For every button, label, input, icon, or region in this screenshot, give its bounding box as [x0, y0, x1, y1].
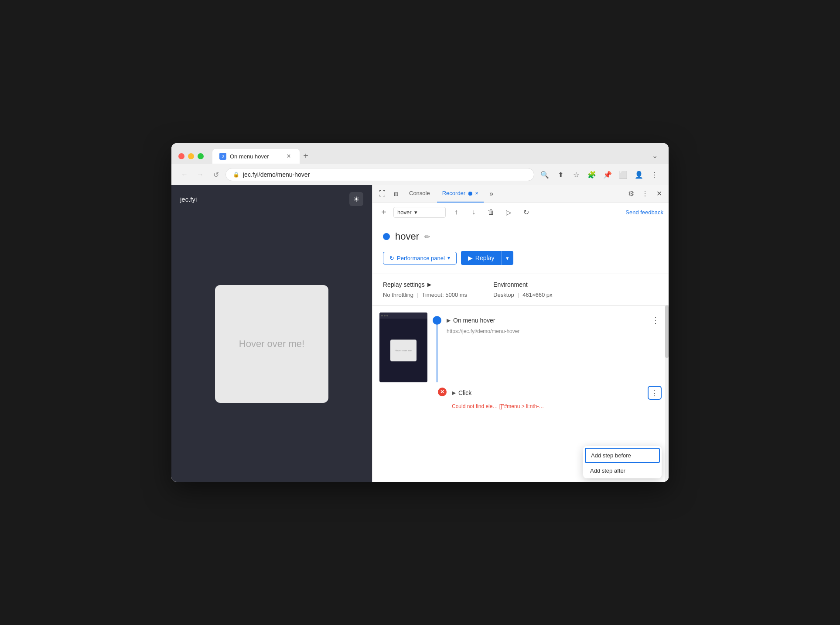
send-feedback-link[interactable]: Send feedback — [625, 209, 663, 216]
forward-button[interactable]: → — [194, 168, 206, 181]
minimize-button[interactable] — [188, 153, 194, 159]
step2-header: ▶ Click ⋮ — [452, 386, 662, 400]
step1-circle — [433, 316, 441, 325]
theme-toggle-button[interactable]: ☀ — [349, 192, 363, 206]
chevron-down-icon: ▾ — [414, 209, 417, 216]
search-icon[interactable]: 🔍 — [538, 168, 552, 182]
share-icon[interactable]: ⬆ — [553, 168, 567, 182]
actions-row: ↻ Performance panel ▾ ▶ Replay ▾ — [383, 251, 658, 265]
recording-active-dot — [383, 233, 390, 240]
more-tabs-icon[interactable]: » — [485, 188, 498, 200]
devtools-settings-icon[interactable]: ⚙ — [625, 188, 637, 200]
step-timeline-1 — [433, 312, 441, 382]
page-area: jec.fyi ☀ Hover over me! — [171, 185, 372, 482]
sun-icon: ☀ — [353, 195, 359, 203]
recording-icon: ⏺ — [467, 190, 473, 197]
recording-name-row: hover ✏ — [383, 231, 658, 242]
pin-icon[interactable]: 📌 — [601, 168, 615, 182]
performance-panel-button[interactable]: ↻ Performance panel ▾ — [383, 252, 457, 264]
replay-settings-label: Replay settings — [383, 281, 425, 288]
replay-step-button[interactable]: ▷ — [502, 205, 516, 219]
devtools-header: ⛶ ⧈ Console Recorder ⏺ × » ⚙ ⋮ ✕ — [372, 185, 669, 203]
profile-icon[interactable]: 👤 — [632, 168, 646, 182]
step1-line — [437, 325, 437, 382]
environment-title: Environment — [493, 281, 552, 288]
perf-panel-dropdown-icon: ▾ — [447, 255, 450, 261]
bookmark-icon[interactable]: ☆ — [569, 168, 583, 182]
download-recording-button[interactable]: ↓ — [467, 205, 481, 219]
step2-more-button[interactable]: ⋮ — [648, 386, 662, 400]
devtools-close-icon[interactable]: ✕ — [653, 188, 665, 200]
replay-options-button[interactable]: ↻ — [519, 205, 533, 219]
environment-label: Environment — [493, 281, 528, 288]
delete-recording-button[interactable]: 🗑 — [484, 205, 498, 219]
replay-button[interactable]: ▶ Replay — [461, 251, 502, 265]
hover-box[interactable]: Hover over me! — [215, 285, 328, 403]
url-text: jec.fyi/demo/menu-hover — [243, 171, 310, 178]
tab-recorder-close-icon[interactable]: × — [475, 190, 478, 196]
title-bar: J On menu hover × + ⌄ — [171, 143, 669, 164]
context-menu: Add step before Add step after — [583, 446, 662, 478]
recorder-toolbar: + hover ▾ ↑ ↓ 🗑 ▷ ↻ Send feedback — [372, 203, 669, 222]
hover-box-label: Hover over me! — [239, 338, 304, 350]
maximize-button[interactable] — [198, 153, 204, 159]
env-size-label: 461×660 px — [522, 292, 552, 298]
upload-recording-button[interactable]: ↑ — [449, 205, 463, 219]
tab-title: On menu hover — [230, 153, 281, 160]
replay-button-group: ▶ Replay ▾ — [461, 251, 514, 265]
devtools-more-icon[interactable]: ⋮ — [639, 188, 651, 200]
settings-divider: | — [417, 292, 418, 298]
thumb-dot-2 — [384, 315, 386, 316]
recording-select[interactable]: hover ▾ — [393, 207, 446, 218]
step1-name-row: ▶ On menu hover — [447, 317, 495, 324]
step2-name-row: ▶ Click — [452, 389, 471, 396]
thumb-dot-1 — [381, 315, 383, 316]
edit-name-icon[interactable]: ✏ — [424, 233, 430, 241]
thumb-header — [379, 312, 427, 319]
new-tab-button[interactable]: + — [300, 150, 312, 162]
devtools-panel: ⛶ ⧈ Console Recorder ⏺ × » ⚙ ⋮ ✕ + — [372, 185, 669, 482]
context-menu-add-step-after[interactable]: Add step after — [583, 463, 662, 478]
back-button[interactable]: ← — [178, 168, 191, 181]
page-site-title: jec.fyi — [180, 196, 197, 203]
context-menu-add-step-before[interactable]: Add step before — [585, 448, 660, 463]
menu-icon[interactable]: ⋮ — [648, 168, 662, 182]
chevron-down-icon[interactable]: ⌄ — [648, 148, 662, 162]
tab-right: ⌄ — [648, 148, 662, 162]
close-button[interactable] — [178, 153, 184, 159]
replay-play-icon: ▶ — [468, 254, 473, 261]
settings-detail-row: No throttling | Timeout: 5000 ms — [383, 292, 467, 298]
window-icon[interactable]: ⬜ — [616, 168, 630, 182]
device-toolbar-icon[interactable]: ⧈ — [390, 188, 402, 200]
perf-panel-label: Performance panel — [397, 255, 445, 261]
lock-icon: 🔒 — [233, 172, 239, 178]
content-area: jec.fyi ☀ Hover over me! ⛶ ⧈ Console Rec… — [171, 185, 669, 482]
thumb-hover-box: Hover over me! — [390, 340, 417, 361]
tab-recorder[interactable]: Recorder ⏺ × — [437, 185, 484, 203]
timeout-label: Timeout: 5000 ms — [422, 292, 467, 298]
scrollbar[interactable] — [665, 306, 669, 482]
step2-more-icon: ⋮ — [651, 388, 659, 398]
extensions-icon[interactable]: 🧩 — [585, 168, 599, 182]
refresh-button[interactable]: ↺ — [210, 168, 222, 181]
replay-label: Replay — [475, 254, 495, 261]
step1-more-button[interactable]: ⋮ — [649, 314, 662, 326]
step1-expand-icon[interactable]: ▶ — [447, 317, 451, 323]
replay-dropdown-button[interactable]: ▾ — [501, 251, 513, 265]
add-recording-button[interactable]: + — [378, 206, 390, 218]
tab-console[interactable]: Console — [404, 185, 435, 203]
url-bar[interactable]: 🔒 jec.fyi/demo/menu-hover — [225, 168, 534, 181]
browser-tab[interactable]: J On menu hover × — [212, 149, 300, 164]
step1-url: https://jec.fyi/demo/menu-hover — [447, 328, 662, 334]
step2-expand-icon[interactable]: ▶ — [452, 390, 456, 396]
cursor-tool-icon[interactable]: ⛶ — [376, 188, 388, 200]
tab-close-button[interactable]: × — [285, 152, 293, 160]
settings-col-right: Environment Desktop | 461×660 px — [493, 281, 552, 298]
replay-settings-expand-icon: ▶ — [427, 282, 431, 288]
recording-select-label: hover — [397, 209, 412, 216]
replay-settings-title[interactable]: Replay settings ▶ — [383, 281, 467, 288]
scrollbar-thumb[interactable] — [665, 306, 669, 358]
devtools-header-icons: ⚙ ⋮ ✕ — [625, 188, 665, 200]
step-group-1: Hover over me! ▶ On menu hover — [372, 306, 669, 382]
settings-col-left: Replay settings ▶ No throttling | Timeou… — [383, 281, 467, 298]
